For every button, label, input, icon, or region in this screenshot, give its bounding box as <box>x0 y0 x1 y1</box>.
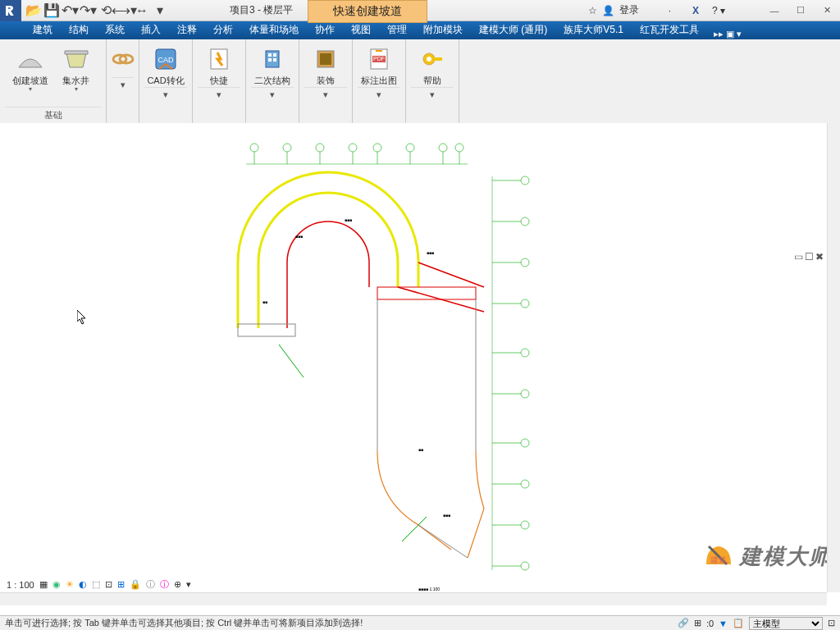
analytical-icon[interactable]: ▾ <box>186 579 191 590</box>
status-icon-2[interactable]: ⊞ <box>694 618 701 628</box>
floor-plan-drawing: ■■■■■■ ■■■■■ ■■■■■ ■■■■ 1:100 <box>213 139 558 599</box>
svg-point-48 <box>521 480 529 488</box>
annotate-export-button[interactable]: PDF 标注出图 <box>358 43 400 87</box>
dim-icon[interactable]: ↔ <box>135 3 149 18</box>
svg-text:建筑: 建筑 <box>710 555 727 564</box>
tab-annotate[interactable]: 注释 <box>169 21 205 39</box>
statusbar: 单击可进行选择; 按 Tab 键并单击可选择其他项目; 按 Ctrl 键并单击可… <box>0 615 840 630</box>
tab-massing[interactable]: 体量和场地 <box>241 21 307 39</box>
struct-icon <box>258 44 287 74</box>
save-icon[interactable]: 💾 <box>44 3 59 18</box>
svg-point-46 <box>521 439 529 447</box>
login-link[interactable]: 登录 <box>619 3 639 17</box>
quick-button[interactable]: 快捷 <box>198 43 240 87</box>
canvas[interactable]: ▭ ☐ ✖ <box>0 123 840 605</box>
quick-icon <box>204 44 234 74</box>
tab-manage[interactable]: 管理 <box>379 21 415 39</box>
decorate-button[interactable]: 装饰 <box>304 43 347 87</box>
svg-rect-55 <box>377 287 476 299</box>
workset-select[interactable]: 主模型 <box>749 617 823 630</box>
tab-modeling-master[interactable]: 建模大师 (通用) <box>471 21 555 39</box>
status-icon-3[interactable]: ⊡ <box>828 618 835 628</box>
tab-family[interactable]: 族库大师V5.1 <box>555 21 632 39</box>
scrollbar-vertical[interactable] <box>827 123 840 592</box>
sun-icon[interactable]: ☀ <box>66 579 74 590</box>
tabs-scroll-icon[interactable]: ▸▸ ▣ ▾ <box>714 29 742 39</box>
close-button[interactable]: ✕ <box>814 2 840 20</box>
svg-rect-5 <box>266 51 279 67</box>
user-icon[interactable]: 👤 <box>602 5 614 16</box>
cad-convert-button[interactable]: CAD CAD转化 <box>144 43 187 87</box>
cad-icon: CAD <box>151 44 180 74</box>
status-message: 单击可进行选择; 按 Tab 键并单击可选择其他项目; 按 Ctrl 键并单击可… <box>5 617 678 629</box>
tooltip: 快速创建坡道 <box>308 0 427 23</box>
quick-access-toolbar: 📂 💾 ↶▾ ↷▾ ⟲ ⟷▾ ↔ ▾ <box>26 3 167 18</box>
svg-rect-7 <box>273 53 276 57</box>
measure-icon[interactable]: ⟷▾ <box>116 3 131 18</box>
tab-redtile[interactable]: 红瓦开发工具 <box>632 21 707 39</box>
workset-icon[interactable]: 📋 <box>733 618 744 628</box>
svg-rect-9 <box>273 58 276 62</box>
doc-restore-icon[interactable]: ☐ <box>805 251 814 262</box>
svg-text:■■■: ■■■ <box>345 217 352 222</box>
minimize-button[interactable]: — <box>761 2 788 20</box>
svg-rect-11 <box>320 53 331 65</box>
ribbon: 创建坡道 ▾ 集水井 ▾ 基础 ▾ CAD CAD转化 ▾ 快捷 ▾ <box>0 39 840 124</box>
filter-icon[interactable]: ▼ <box>719 619 728 628</box>
svg-point-50 <box>521 521 529 529</box>
decorate-icon <box>311 44 340 74</box>
maximize-button[interactable]: ☐ <box>788 2 814 20</box>
tab-insert[interactable]: 插入 <box>133 21 169 39</box>
help-icon[interactable]: ? ▾ <box>712 5 725 16</box>
tab-systems[interactable]: 系统 <box>97 21 133 39</box>
redo-icon[interactable]: ↷▾ <box>80 3 95 18</box>
link-button[interactable] <box>110 43 136 77</box>
visual-style-icon[interactable]: ◉ <box>52 579 61 590</box>
create-ramp-button[interactable]: 创建坡道 ▾ <box>9 43 52 107</box>
svg-text:CAD: CAD <box>158 56 174 64</box>
tab-addins[interactable]: 附加模块 <box>415 21 471 39</box>
link-icon <box>108 44 138 74</box>
titlebar: 📂 💾 ↶▾ ↷▾ ⟲ ⟷▾ ↔ ▾ 项目3 - 楼层平 快速创建坡道 ☆ 👤 … <box>0 0 840 21</box>
open-icon[interactable]: 📂 <box>26 3 41 18</box>
render-icon[interactable]: ⬚ <box>92 579 100 590</box>
crop-icon[interactable]: ⊡ <box>105 579 112 590</box>
logo-icon: 建筑 <box>702 540 735 573</box>
svg-point-20 <box>283 144 291 152</box>
svg-point-42 <box>521 349 529 357</box>
secondary-struct-button[interactable]: 二次结构 <box>251 43 294 87</box>
qat-dropdown-icon[interactable]: ▾ <box>153 3 167 18</box>
tab-struct[interactable]: 结构 <box>61 21 97 39</box>
tab-view[interactable]: 视图 <box>343 21 379 39</box>
lock-icon[interactable]: 🔒 <box>130 579 141 590</box>
svg-point-52 <box>521 562 529 570</box>
status-icon-1[interactable]: 🔗 <box>678 618 689 628</box>
crop-show-icon[interactable]: ⊞ <box>117 579 125 590</box>
app-icon[interactable] <box>0 0 21 21</box>
scrollbar-horizontal[interactable] <box>0 592 827 605</box>
svg-text:■■: ■■ <box>262 299 267 304</box>
shadow-icon[interactable]: ◐ <box>79 579 87 590</box>
help-key-icon <box>418 44 447 74</box>
scale-display[interactable]: 1 : 100 <box>7 580 34 590</box>
pdf-icon: PDF <box>364 44 394 74</box>
svg-point-38 <box>521 258 529 267</box>
sump-button[interactable]: 集水井 ▾ <box>55 43 98 107</box>
detail-icon[interactable]: ▦ <box>39 579 48 590</box>
svg-point-40 <box>521 299 529 308</box>
undo-icon[interactable]: ↶▾ <box>62 3 77 18</box>
doc-close-icon[interactable]: ✖ <box>815 251 824 262</box>
tab-collab[interactable]: 协作 <box>307 21 343 39</box>
reveal-icon[interactable]: ⓘ <box>160 578 169 591</box>
svg-text:■■■: ■■■ <box>295 234 303 239</box>
svg-text:■■: ■■ <box>418 447 423 452</box>
star-icon[interactable]: ☆ <box>588 5 597 16</box>
selection-count: :0 <box>706 619 714 628</box>
constraint-icon[interactable]: ⊕ <box>174 579 181 590</box>
doc-minimize-icon[interactable]: ▭ <box>794 251 803 262</box>
exchange-icon[interactable]: X <box>692 5 699 16</box>
tab-arch[interactable]: 建筑 <box>25 21 61 39</box>
help-button[interactable]: 帮助 <box>411 43 454 87</box>
tab-analyze[interactable]: 分析 <box>205 21 241 39</box>
temp-hide-icon[interactable]: ⓘ <box>146 578 155 591</box>
